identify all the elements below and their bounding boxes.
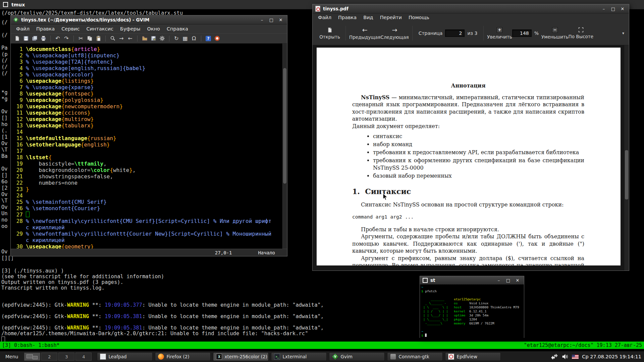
arrow-left-icon: ← bbox=[362, 27, 368, 33]
gvim-ruler: 27,0-1 bbox=[215, 250, 232, 255]
zoom-level-input[interactable] bbox=[512, 29, 532, 37]
workspace-2[interactable]: 2 bbox=[41, 353, 57, 361]
find-replace-icon[interactable] bbox=[109, 35, 116, 42]
volume-icon[interactable] bbox=[562, 354, 569, 360]
gvim-menu-Справка[interactable]: Справка bbox=[163, 25, 192, 32]
build-tags-icon[interactable]: ▦ bbox=[181, 35, 189, 42]
taskbar-button-leafpad[interactable]: Leafpad bbox=[97, 352, 153, 361]
minimize-button[interactable]: – bbox=[495, 277, 502, 283]
code-example: command arg1 arg2 ... bbox=[352, 214, 584, 221]
bullet-item: базовый набор переменных bbox=[373, 172, 584, 180]
jump-tag-icon[interactable]: Ω bbox=[190, 35, 198, 42]
gvim-code-line: 22 numbers=none bbox=[13, 180, 287, 186]
workspace-pager: 234 bbox=[24, 353, 92, 361]
gvim-menu-Сервис[interactable]: Сервис bbox=[58, 25, 83, 32]
taskbar-clock[interactable]: Ср 27.08.2025 19:14:11 bbox=[582, 354, 641, 359]
cut-icon[interactable]: ✂ bbox=[77, 35, 85, 42]
next-page-button[interactable]: → Следующая bbox=[380, 23, 409, 43]
previous-page-button[interactable]: ← Предыдущая bbox=[349, 23, 380, 43]
taskbar-button-epdfview[interactable]: Epdfview bbox=[445, 352, 501, 361]
pdf-scrollbar-thumb[interactable] bbox=[625, 150, 628, 199]
maximize-button[interactable]: □ bbox=[609, 6, 617, 12]
pdf-menu-Вид[interactable]: Вид bbox=[360, 14, 376, 21]
gvim-menu-Окно[interactable]: Окно bbox=[144, 25, 163, 32]
gvim-menu-Буферы[interactable]: Буферы bbox=[117, 25, 144, 32]
taskbar-button-xterm[interactable]: Xxterm-256color (2) bbox=[213, 352, 269, 361]
pdf-menu-Помощь[interactable]: Помощь bbox=[405, 14, 433, 21]
bullet-item: набор команд bbox=[373, 141, 584, 148]
save-all-icon[interactable] bbox=[31, 35, 38, 42]
make-icon[interactable]: ↻ bbox=[173, 35, 180, 42]
pdf-titlebar[interactable]: tinyss.pdf – □ ✕ bbox=[313, 4, 629, 13]
close-button[interactable]: ✕ bbox=[277, 17, 284, 23]
taskbar-button-connman[interactable]: Connman-gtk bbox=[387, 352, 443, 361]
taskbar-button-gvim[interactable]: VGvim bbox=[329, 352, 385, 361]
terminal-line: (see the transcript file for additional … bbox=[1, 274, 324, 280]
st-terminal-output[interactable]: ~$ pfetch _______ etar125@etarpc _ \____… bbox=[420, 285, 524, 338]
find-next-icon[interactable]: → bbox=[118, 35, 125, 42]
paragraph: Синтаксис NsTinySS основан на простой ст… bbox=[352, 201, 584, 208]
keyboard-layout-us-flag-icon[interactable] bbox=[572, 355, 579, 359]
find-prev-icon[interactable]: ← bbox=[126, 35, 134, 42]
gvim-editor[interactable]: 1\documentclass{article}2% \usepackage[u… bbox=[11, 44, 287, 249]
close-button[interactable]: ✕ bbox=[514, 277, 521, 283]
maximize-button[interactable]: □ bbox=[268, 17, 275, 23]
menu-button[interactable]: Menu bbox=[2, 352, 21, 361]
minimize-button[interactable]: – bbox=[258, 17, 266, 23]
fit-height-button[interactable]: По Высоте bbox=[569, 23, 593, 43]
save-session-icon[interactable] bbox=[150, 35, 157, 42]
save-file-icon[interactable] bbox=[22, 35, 30, 42]
open-file-icon[interactable] bbox=[13, 35, 21, 42]
close-button[interactable]: ✕ bbox=[619, 6, 626, 12]
paste-icon[interactable] bbox=[95, 35, 102, 42]
gvim-statusline: 27,0-1 Начало bbox=[11, 249, 287, 256]
print-icon[interactable] bbox=[40, 35, 47, 42]
help-icon[interactable]: ? bbox=[205, 35, 212, 42]
redo-icon[interactable]: ↷ bbox=[63, 35, 70, 42]
toolbar-separator bbox=[412, 26, 413, 41]
workspace-1[interactable] bbox=[24, 353, 40, 361]
system-tray: Ср 27.08.2025 19:14:11 bbox=[550, 354, 642, 360]
workspace-3[interactable]: 3 bbox=[58, 353, 74, 361]
gvim-scrollbar-thumb[interactable] bbox=[283, 68, 286, 184]
taskbar-button-firefox[interactable]: Firefox (2) bbox=[155, 352, 211, 361]
gvim-scrollbar[interactable] bbox=[282, 44, 287, 249]
terminal-line: Output written on tinyss.pdf (3 pages). bbox=[1, 280, 324, 285]
gvim-window: V tinyss.tex (~/Документы/docs/tinyss/do… bbox=[10, 15, 287, 256]
st-titlebar[interactable]: st – □ ✕ bbox=[420, 276, 524, 285]
minimize-button[interactable]: – bbox=[600, 6, 607, 12]
network-tray-icon[interactable] bbox=[550, 354, 558, 360]
undo-icon[interactable]: ↶ bbox=[54, 35, 61, 42]
pdf-content-area[interactable]: Аннотация NsTinySS — минималистичный, им… bbox=[313, 45, 629, 270]
arrow-right-icon: → bbox=[392, 27, 397, 33]
load-session-icon[interactable] bbox=[141, 35, 148, 42]
gvim-code-line: 5% \usepackage{xcolor} bbox=[13, 71, 287, 78]
zoom-out-button[interactable]: − Уменьшить bbox=[541, 23, 568, 43]
gvim-position-label: Начало bbox=[258, 250, 275, 255]
pdf-scrollbar[interactable] bbox=[624, 45, 629, 270]
paragraph: Пробелы и табы в начале строки игнорирую… bbox=[352, 226, 584, 233]
copy-icon[interactable] bbox=[86, 35, 93, 42]
open-button[interactable]: Открыть bbox=[317, 23, 342, 43]
toolbar-separator bbox=[137, 36, 138, 42]
epdfview-logo-icon bbox=[315, 6, 320, 12]
gvim-menu-Правка[interactable]: Правка bbox=[33, 25, 58, 32]
taskbar-button-lxterminal[interactable]: >_Lxterminal bbox=[271, 352, 327, 361]
gvim-titlebar[interactable]: V tinyss.tex (~/Документы/docs/tinyss/do… bbox=[11, 15, 287, 24]
pdf-menubar: ФайлПравкаВидПерейтиПомощь bbox=[313, 13, 629, 21]
bullet-item: требования к предоставляемому API, если … bbox=[373, 149, 584, 156]
zoom-in-button[interactable]: + Увеличить bbox=[487, 23, 512, 43]
toolbar-separator bbox=[73, 36, 74, 42]
workspace-4[interactable]: 4 bbox=[75, 353, 92, 361]
pdf-menu-Правка[interactable]: Правка bbox=[335, 14, 360, 21]
pdf-menu-Файл[interactable]: Файл bbox=[315, 14, 335, 21]
gvim-code-line: 27 bbox=[13, 212, 287, 218]
find-help-icon[interactable] bbox=[213, 35, 221, 42]
gvim-menu-Синтаксис[interactable]: Синтаксис bbox=[83, 25, 117, 32]
page-number-input[interactable] bbox=[445, 29, 465, 37]
pdf-menu-Перейти[interactable]: Перейти bbox=[377, 14, 405, 21]
toolbar-overflow-chevron[interactable]: ▾ bbox=[622, 31, 624, 36]
maximize-button[interactable]: □ bbox=[504, 277, 512, 283]
run-script-icon[interactable] bbox=[158, 35, 166, 42]
gvim-menu-Файл[interactable]: Файл bbox=[13, 25, 33, 32]
